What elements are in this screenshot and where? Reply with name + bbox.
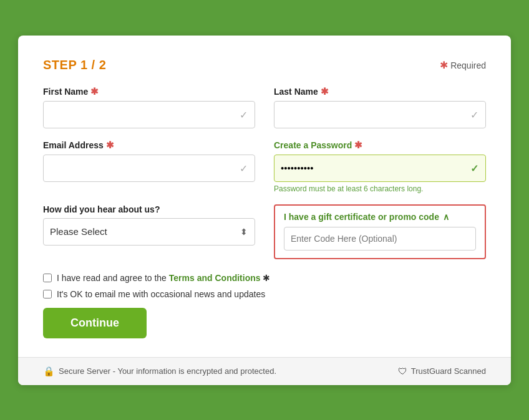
- how-select-wrapper: Please Select Google Friend Social Media…: [43, 218, 255, 246]
- first-name-input[interactable]: [43, 101, 255, 128]
- promo-box: I have a gift certificate or promo code …: [274, 204, 486, 259]
- first-name-check-icon: ✓: [240, 108, 248, 120]
- password-group: Create a Password ✱ ✓ Password must be a…: [274, 140, 486, 193]
- secure-server-info: 🔒 Secure Server - Your information is en…: [43, 366, 276, 377]
- email-password-row: Email Address ✱ ✓ Create a Password ✱ ✓ …: [43, 140, 486, 193]
- required-star-icon: ✱: [440, 60, 448, 70]
- password-check-icon: ✓: [470, 162, 478, 174]
- email-check-icon: ✓: [240, 162, 248, 174]
- last-name-check-icon: ✓: [470, 108, 478, 120]
- news-label: It's OK to email me with occasional news…: [57, 289, 265, 299]
- news-checkbox[interactable]: [43, 290, 52, 298]
- secure-text: Secure Server - Your information is encr…: [59, 366, 276, 376]
- last-name-group: Last Name ✱ ✓: [274, 86, 486, 128]
- promo-chevron-icon: ∧: [443, 212, 449, 222]
- email-input[interactable]: [43, 155, 255, 182]
- last-name-input-wrapper: ✓: [274, 101, 486, 128]
- email-required-icon: ✱: [106, 140, 114, 151]
- password-input-wrapper: ✓: [274, 155, 486, 182]
- first-name-required-icon: ✱: [90, 86, 99, 97]
- first-name-group: First Name ✱ ✓: [43, 86, 255, 128]
- terms-link[interactable]: Terms and Conditions: [169, 273, 261, 283]
- terms-checkbox[interactable]: [43, 274, 52, 282]
- shield-icon: 🛡: [398, 366, 407, 376]
- password-hint: Password must be at least 6 characters l…: [274, 184, 486, 193]
- terms-required-icon: ✱: [263, 273, 270, 283]
- how-select[interactable]: Please Select Google Friend Social Media…: [43, 218, 255, 246]
- lock-icon: 🔒: [43, 366, 55, 377]
- how-label: How did you hear about us?: [43, 204, 255, 214]
- email-label: Email Address ✱: [43, 140, 255, 151]
- password-required-icon: ✱: [354, 140, 362, 151]
- checkbox-section: I have read and agree to the Terms and C…: [43, 273, 486, 299]
- email-input-wrapper: ✓: [43, 155, 255, 182]
- password-label: Create a Password ✱: [274, 140, 486, 151]
- how-group: How did you hear about us? Please Select…: [43, 204, 255, 246]
- news-checkbox-row: It's OK to email me with occasional news…: [43, 289, 486, 299]
- terms-checkbox-row: I have read and agree to the Terms and C…: [43, 273, 486, 283]
- last-name-label: Last Name ✱: [274, 86, 486, 97]
- first-name-input-wrapper: ✓: [43, 101, 255, 128]
- form-header: STEP 1 / 2 ✱ Required: [43, 58, 486, 72]
- promo-code-input[interactable]: [284, 227, 476, 251]
- promo-section: I have a gift certificate or promo code …: [274, 204, 486, 259]
- promo-toggle[interactable]: I have a gift certificate or promo code …: [284, 212, 476, 222]
- terms-text: I have read and agree to the Terms and C…: [57, 273, 270, 283]
- continue-button[interactable]: Continue: [43, 308, 147, 338]
- last-name-required-icon: ✱: [321, 86, 329, 97]
- required-label: ✱ Required: [440, 59, 486, 71]
- first-name-label: First Name ✱: [43, 86, 255, 97]
- how-promo-row: How did you hear about us? Please Select…: [43, 204, 486, 259]
- trustguard-info: 🛡 TrustGuard Scanned: [398, 366, 486, 376]
- footer-bar: 🔒 Secure Server - Your information is en…: [18, 357, 511, 385]
- registration-card: STEP 1 / 2 ✱ Required First Name ✱ ✓ Las…: [18, 36, 511, 385]
- name-row: First Name ✱ ✓ Last Name ✱ ✓: [43, 86, 486, 128]
- trustguard-text: TrustGuard Scanned: [411, 366, 486, 376]
- last-name-input[interactable]: [274, 101, 486, 128]
- password-input[interactable]: [274, 155, 486, 182]
- email-group: Email Address ✱ ✓: [43, 140, 255, 193]
- step-label: STEP 1 / 2: [43, 58, 106, 72]
